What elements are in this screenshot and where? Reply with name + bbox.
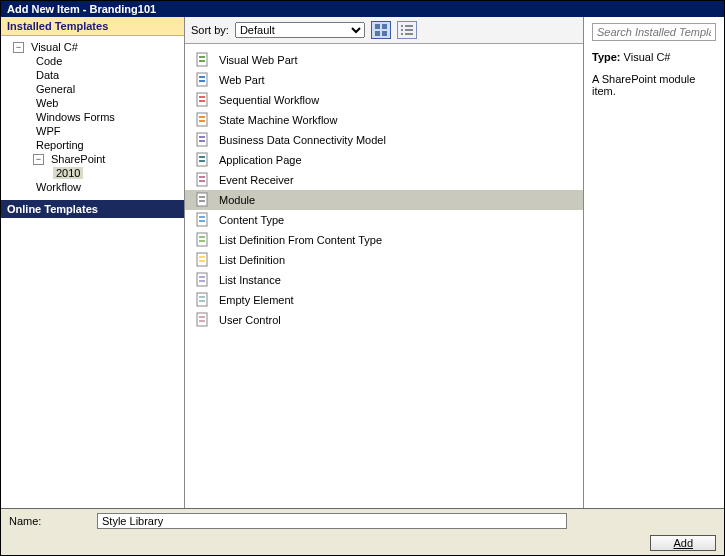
tree-node-reporting[interactable]: Reporting: [5, 138, 180, 152]
tree-node-visual-c-[interactable]: −Visual C#: [5, 40, 180, 54]
add-button[interactable]: Add: [650, 535, 716, 551]
template-list[interactable]: Visual Web PartWeb PartSequential Workfl…: [185, 44, 583, 508]
template-item-business-data-connectivity-model[interactable]: Business Data Connectivity Model: [185, 130, 583, 150]
view-medium-icons-button[interactable]: [371, 21, 391, 39]
svg-rect-8: [401, 33, 403, 35]
svg-rect-10: [197, 53, 207, 66]
grid-icon: [375, 24, 387, 36]
template-icon: [195, 52, 211, 68]
svg-rect-40: [197, 253, 207, 266]
svg-rect-6: [401, 29, 403, 31]
search-input[interactable]: [592, 23, 716, 41]
titlebar: Add New Item - Branding101: [1, 1, 724, 17]
svg-rect-29: [199, 176, 205, 178]
template-item-empty-element[interactable]: Empty Element: [185, 290, 583, 310]
tree-node-sharepoint[interactable]: −SharePoint: [5, 152, 180, 166]
add-new-item-dialog: Add New Item - Branding101 Installed Tem…: [0, 0, 725, 556]
template-icon: [195, 92, 211, 108]
svg-rect-31: [197, 193, 207, 206]
template-label: Module: [219, 194, 255, 206]
template-label: Empty Element: [219, 294, 294, 306]
template-item-sequential-workflow[interactable]: Sequential Workflow: [185, 90, 583, 110]
template-label: Sequential Workflow: [219, 94, 319, 106]
svg-rect-41: [199, 256, 205, 258]
svg-rect-38: [199, 236, 205, 238]
template-item-visual-web-part[interactable]: Visual Web Part: [185, 50, 583, 70]
svg-rect-0: [375, 24, 380, 29]
template-label: State Machine Workflow: [219, 114, 337, 126]
tree-node-2010[interactable]: 2010: [5, 166, 180, 180]
tree-node-label: Windows Forms: [33, 111, 118, 123]
tree-toggle-icon[interactable]: −: [13, 42, 24, 53]
svg-rect-51: [199, 320, 205, 322]
template-item-list-definition-from-content-type[interactable]: List Definition From Content Type: [185, 230, 583, 250]
template-icon: [195, 252, 211, 268]
online-templates-header[interactable]: Online Templates: [1, 200, 184, 218]
sidebar: Installed Templates −Visual C#CodeDataGe…: [1, 17, 185, 508]
installed-templates-header[interactable]: Installed Templates: [1, 17, 184, 36]
template-icon: [195, 312, 211, 328]
svg-rect-42: [199, 260, 205, 262]
tree-node-workflow[interactable]: Workflow: [5, 180, 180, 194]
dialog-body: Installed Templates −Visual C#CodeDataGe…: [1, 17, 724, 508]
svg-rect-12: [199, 60, 205, 62]
svg-rect-15: [199, 80, 205, 82]
template-label: List Definition: [219, 254, 285, 266]
template-item-web-part[interactable]: Web Part: [185, 70, 583, 90]
svg-rect-35: [199, 216, 205, 218]
svg-rect-16: [197, 93, 207, 106]
tree-node-data[interactable]: Data: [5, 68, 180, 82]
tree-node-label: Web: [33, 97, 61, 109]
svg-rect-33: [199, 200, 205, 202]
template-item-module[interactable]: Module: [185, 190, 583, 210]
svg-rect-49: [197, 313, 207, 326]
tree-toggle-icon[interactable]: −: [33, 154, 44, 165]
svg-rect-22: [197, 133, 207, 146]
footer: Name: Add: [1, 508, 724, 555]
svg-rect-34: [197, 213, 207, 226]
svg-rect-14: [199, 76, 205, 78]
svg-rect-17: [199, 96, 205, 98]
svg-rect-2: [375, 31, 380, 36]
svg-rect-30: [199, 180, 205, 182]
tree-node-code[interactable]: Code: [5, 54, 180, 68]
template-item-content-type[interactable]: Content Type: [185, 210, 583, 230]
template-category-tree: −Visual C#CodeDataGeneralWebWindows Form…: [1, 36, 184, 200]
template-label: List Definition From Content Type: [219, 234, 382, 246]
tree-node-label: WPF: [33, 125, 63, 137]
template-label: Application Page: [219, 154, 302, 166]
tree-node-label: Workflow: [33, 181, 84, 193]
name-input[interactable]: [97, 513, 567, 529]
template-item-application-page[interactable]: Application Page: [185, 150, 583, 170]
template-item-state-machine-workflow[interactable]: State Machine Workflow: [185, 110, 583, 130]
name-label: Name:: [9, 515, 89, 527]
template-item-user-control[interactable]: User Control: [185, 310, 583, 330]
svg-rect-1: [382, 24, 387, 29]
template-icon: [195, 132, 211, 148]
svg-rect-43: [197, 273, 207, 286]
template-label: Web Part: [219, 74, 265, 86]
svg-rect-4: [401, 25, 403, 27]
main-panel: Sort by: Default Visual Web PartWeb Part…: [185, 17, 584, 508]
template-label: Event Receiver: [219, 174, 294, 186]
template-item-event-receiver[interactable]: Event Receiver: [185, 170, 583, 190]
tree-node-wpf[interactable]: WPF: [5, 124, 180, 138]
tree-node-web[interactable]: Web: [5, 96, 180, 110]
tree-node-label: Data: [33, 69, 62, 81]
svg-rect-25: [197, 153, 207, 166]
svg-rect-23: [199, 136, 205, 138]
tree-node-windows-forms[interactable]: Windows Forms: [5, 110, 180, 124]
view-small-icons-button[interactable]: [397, 21, 417, 39]
list-icon: [401, 24, 413, 36]
svg-rect-3: [382, 31, 387, 36]
svg-rect-44: [199, 276, 205, 278]
details-panel: Type: Visual C# A SharePoint module item…: [584, 17, 724, 508]
template-label: User Control: [219, 314, 281, 326]
add-button-label: Add: [673, 537, 693, 549]
tree-node-label: SharePoint: [48, 153, 108, 165]
tree-node-general[interactable]: General: [5, 82, 180, 96]
template-item-list-definition[interactable]: List Definition: [185, 250, 583, 270]
template-item-list-instance[interactable]: List Instance: [185, 270, 583, 290]
template-label: Visual Web Part: [219, 54, 297, 66]
sort-by-select[interactable]: Default: [235, 22, 365, 38]
